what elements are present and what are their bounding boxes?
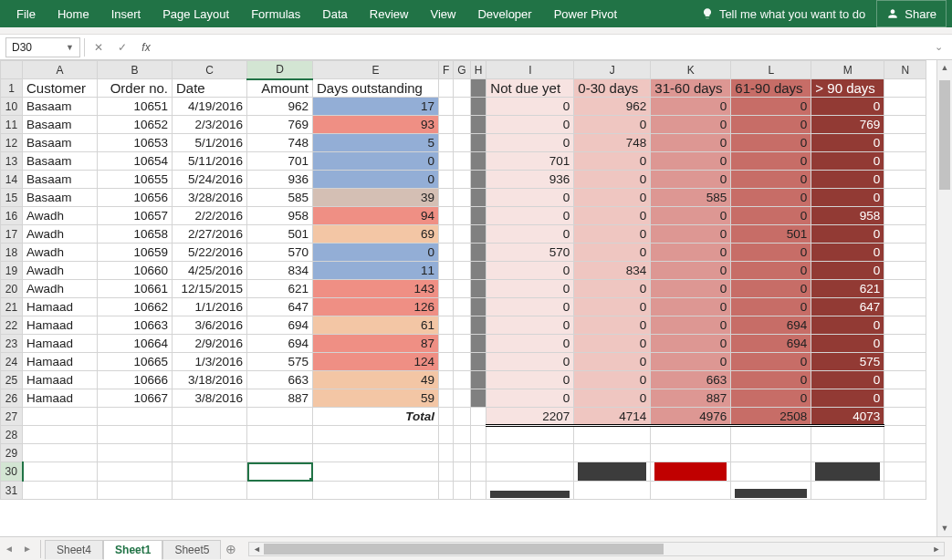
cell[interactable] <box>313 462 439 482</box>
cell[interactable]: 748 <box>247 134 313 152</box>
col-header-B[interactable]: B <box>98 61 173 79</box>
cell[interactable] <box>470 316 486 335</box>
cell[interactable] <box>454 408 470 426</box>
cell[interactable] <box>439 262 454 280</box>
cell[interactable] <box>173 462 247 482</box>
cell[interactable]: 575 <box>247 353 313 371</box>
cell[interactable] <box>651 426 731 444</box>
cell[interactable] <box>884 116 926 134</box>
cell[interactable] <box>731 482 811 500</box>
cell[interactable]: Basaam <box>23 189 98 207</box>
cell[interactable]: 834 <box>574 262 651 280</box>
cell[interactable] <box>454 444 470 462</box>
cell[interactable] <box>454 280 470 298</box>
cell[interactable] <box>470 353 486 371</box>
col-header-D[interactable]: D <box>247 61 313 79</box>
cell[interactable]: 49 <box>313 371 439 389</box>
cell[interactable] <box>247 482 313 500</box>
cell[interactable] <box>454 353 470 371</box>
cell[interactable]: Total <box>313 408 439 426</box>
cell[interactable]: 10660 <box>98 262 173 280</box>
sheet-nav-prev-icon[interactable]: ◄ <box>0 544 18 554</box>
cell[interactable]: 87 <box>313 335 439 353</box>
column-label[interactable]: Customer <box>23 79 98 98</box>
cell[interactable]: 0 <box>651 225 731 244</box>
tell-me[interactable]: Tell me what you want to do <box>690 0 876 27</box>
cell[interactable]: 10667 <box>98 389 173 408</box>
cell[interactable] <box>470 225 486 244</box>
cell[interactable]: 0 <box>574 171 651 189</box>
cell[interactable]: 621 <box>811 280 884 298</box>
cell[interactable] <box>439 280 454 298</box>
cell[interactable]: 748 <box>574 134 651 152</box>
ribbon-tab-formulas[interactable]: Formulas <box>240 0 311 27</box>
cell[interactable]: 0 <box>731 152 811 171</box>
cell[interactable]: 834 <box>247 262 313 280</box>
scroll-left-icon[interactable]: ◄ <box>249 544 264 554</box>
cell[interactable]: Hamaad <box>23 298 98 316</box>
cell[interactable]: 701 <box>247 152 313 171</box>
row-header[interactable]: 11 <box>1 116 23 134</box>
cell[interactable] <box>454 116 470 134</box>
cell[interactable]: 39 <box>313 189 439 207</box>
cell[interactable]: 0 <box>731 134 811 152</box>
cell[interactable] <box>439 207 454 225</box>
cell[interactable]: 2/3/2016 <box>173 116 247 134</box>
new-sheet-button[interactable]: ⊕ <box>221 542 241 556</box>
cell[interactable]: Basaam <box>23 152 98 171</box>
cell[interactable] <box>884 444 926 462</box>
cell[interactable] <box>439 316 454 335</box>
cell[interactable] <box>454 426 470 444</box>
row-header[interactable]: 14 <box>1 171 23 189</box>
share-button[interactable]: Share <box>876 0 947 27</box>
cell[interactable]: 0 <box>651 244 731 262</box>
col-header-G[interactable]: G <box>454 61 470 79</box>
cell[interactable]: 501 <box>731 225 811 244</box>
cell[interactable]: 0 <box>486 98 574 116</box>
cell[interactable] <box>439 225 454 244</box>
cell[interactable] <box>470 171 486 189</box>
row-header[interactable]: 31 <box>1 482 23 500</box>
cell[interactable]: 0 <box>486 316 574 335</box>
cell[interactable] <box>651 462 731 482</box>
cell[interactable]: 0 <box>811 189 884 207</box>
cell[interactable]: 694 <box>731 335 811 353</box>
cell[interactable]: 10664 <box>98 335 173 353</box>
cell[interactable]: 0 <box>486 298 574 316</box>
cell[interactable]: 0 <box>731 262 811 280</box>
cell[interactable] <box>884 262 926 280</box>
cell[interactable]: 0 <box>811 225 884 244</box>
vertical-scrollbar[interactable]: ▲ ▼ <box>936 60 952 536</box>
cell[interactable]: 0 <box>731 116 811 134</box>
cell[interactable]: 663 <box>247 371 313 389</box>
cell[interactable] <box>884 189 926 207</box>
row-header[interactable]: 27 <box>1 408 23 426</box>
row-header[interactable]: 24 <box>1 353 23 371</box>
cell[interactable] <box>313 444 439 462</box>
name-box[interactable]: D30 ▼ <box>5 37 80 57</box>
ribbon-tab-review[interactable]: Review <box>359 0 420 27</box>
cell[interactable]: 647 <box>247 298 313 316</box>
cell[interactable] <box>173 426 247 444</box>
cell[interactable]: 0 <box>486 262 574 280</box>
cell[interactable]: 887 <box>247 389 313 408</box>
cell[interactable] <box>454 298 470 316</box>
cell[interactable]: Basaam <box>23 171 98 189</box>
cell[interactable]: 59 <box>313 389 439 408</box>
cell[interactable]: 2/2/2016 <box>173 207 247 225</box>
column-label[interactable]: > 90 days <box>811 79 884 98</box>
cell[interactable] <box>23 462 98 482</box>
cell[interactable] <box>454 335 470 353</box>
cell[interactable] <box>470 389 486 408</box>
cancel-formula-icon[interactable]: ✕ <box>89 37 109 57</box>
cell[interactable]: 0 <box>486 189 574 207</box>
cell[interactable] <box>884 408 926 426</box>
cell[interactable]: 0 <box>731 280 811 298</box>
cell[interactable]: 5/22/2016 <box>173 244 247 262</box>
cell[interactable]: 570 <box>486 244 574 262</box>
cell[interactable] <box>98 444 173 462</box>
cell[interactable]: 10655 <box>98 171 173 189</box>
cell[interactable] <box>439 244 454 262</box>
cell[interactable]: 0 <box>486 207 574 225</box>
cell[interactable]: 0 <box>574 316 651 335</box>
